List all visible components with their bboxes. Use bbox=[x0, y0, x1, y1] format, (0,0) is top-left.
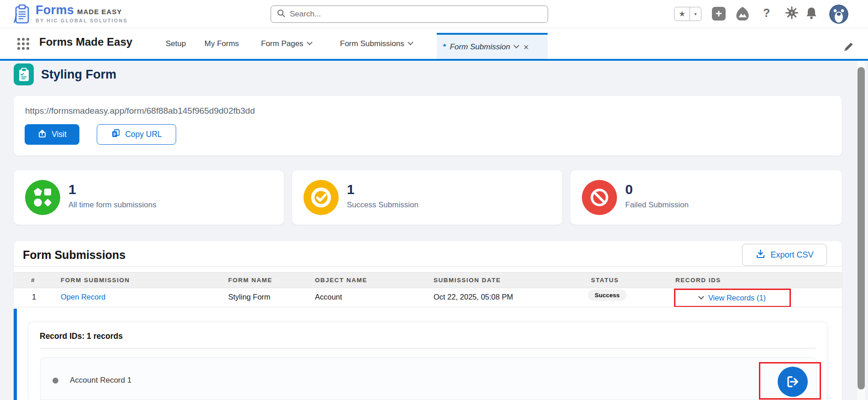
col-header-form-submission: FORM SUBMISSION bbox=[61, 277, 130, 284]
cell-row-number: 1 bbox=[32, 293, 36, 301]
favorites-star-icon[interactable]: ★ bbox=[675, 7, 690, 21]
annotation-box-view-records: View Records (1) bbox=[674, 289, 791, 307]
chevron-down-icon[interactable] bbox=[513, 42, 519, 48]
app-logo: Forms MADE EASY BY HIC GLOBAL SOLUTIONS bbox=[12, 4, 128, 26]
stat-card-success: 1 Success Submission bbox=[292, 170, 562, 225]
tab-my-forms-label: My Forms bbox=[204, 39, 239, 48]
global-header: Forms MADE EASY BY HIC GLOBAL SOLUTIONS … bbox=[0, 0, 868, 28]
stat-label: Failed Submission bbox=[625, 200, 689, 210]
form-submissions-card: Form Submissions Export CSV # FORM SUBMI… bbox=[14, 241, 842, 400]
copy-icon bbox=[111, 128, 120, 141]
record-list-card: Account Record 1 bbox=[40, 357, 817, 400]
tab-form-submissions[interactable]: Form Submissions bbox=[340, 28, 413, 59]
app-navigation-bar: Forms Made Easy Setup My Forms Form Page… bbox=[0, 28, 868, 61]
col-header-status: STATUS bbox=[591, 277, 619, 284]
scrollbar-thumb[interactable] bbox=[858, 67, 865, 389]
col-header-object-name: OBJECT NAME bbox=[315, 277, 367, 284]
col-header-num: # bbox=[31, 277, 35, 284]
stat-card-failed: 0 Failed Submission bbox=[570, 170, 842, 225]
page-title: Styling Form bbox=[41, 68, 116, 82]
notifications-bell-icon[interactable] bbox=[805, 6, 818, 22]
export-csv-button[interactable]: Export CSV bbox=[742, 244, 827, 266]
form-url-card: https://formsmadeasy.app/form/68f88ab145… bbox=[14, 96, 842, 156]
app-name: Forms Made Easy bbox=[39, 36, 132, 48]
visit-button-label: Visit bbox=[52, 130, 67, 139]
cell-submission-date: Oct 22, 2025, 05:08 PM bbox=[434, 293, 513, 301]
export-csv-label: Export CSV bbox=[770, 250, 813, 260]
edit-pencil-icon[interactable] bbox=[843, 42, 853, 54]
favorites-dropdown-icon[interactable]: ▼ bbox=[690, 7, 701, 21]
active-tab-label: Form Submission bbox=[450, 42, 510, 52]
col-header-form-name: FORM NAME bbox=[228, 277, 272, 284]
unsaved-asterisk: * bbox=[443, 42, 446, 52]
tab-form-submission-active[interactable]: * Form Submission × bbox=[437, 33, 548, 59]
setup-gear-icon[interactable] bbox=[785, 6, 799, 21]
record-ids-panel: Record IDs: 1 records Account Record 1 bbox=[29, 322, 827, 400]
divider bbox=[14, 307, 842, 307]
visit-button[interactable]: Visit bbox=[25, 124, 79, 145]
logo-suffix-text: MADE EASY bbox=[77, 8, 122, 16]
stat-label: All time form submissions bbox=[68, 200, 157, 210]
col-header-submission-date: SUBMISSION DATE bbox=[434, 277, 501, 284]
user-avatar[interactable] bbox=[829, 5, 848, 24]
col-header-record-ids: RECORD IDS bbox=[675, 277, 721, 284]
status-badge: Success bbox=[588, 289, 627, 301]
help-icon[interactable]: ? bbox=[763, 6, 770, 20]
launch-icon bbox=[37, 129, 47, 141]
form-url: https://formsmadeasy.app/form/68f88ab145… bbox=[25, 106, 255, 116]
record-ids-title: Record IDs: 1 records bbox=[40, 332, 123, 341]
annotation-box-open-record bbox=[759, 362, 821, 400]
record-bullet-icon bbox=[52, 378, 58, 384]
global-search[interactable] bbox=[271, 5, 548, 23]
logo-tagline: BY HIC GLOBAL SOLUTIONS bbox=[36, 18, 128, 23]
chevron-down-icon[interactable] bbox=[307, 39, 313, 45]
stat-value: 1 bbox=[68, 183, 76, 196]
close-tab-icon[interactable]: × bbox=[523, 42, 529, 52]
logo-clipboard-icon bbox=[12, 4, 31, 26]
tab-setup[interactable]: Setup bbox=[166, 28, 186, 59]
tab-form-pages-label: Form Pages bbox=[261, 39, 303, 48]
view-records-link[interactable]: View Records (1) bbox=[708, 294, 766, 302]
copy-url-button-label: Copy URL bbox=[125, 130, 162, 139]
shapes-icon bbox=[25, 180, 60, 215]
ban-icon bbox=[582, 180, 617, 215]
divider bbox=[40, 348, 816, 348]
stat-value: 1 bbox=[347, 183, 355, 196]
search-icon bbox=[277, 9, 286, 20]
chevron-down-icon[interactable] bbox=[408, 39, 413, 45]
stat-card-all-submissions: 1 All time form submissions bbox=[14, 170, 284, 225]
stat-value: 0 bbox=[625, 183, 633, 196]
tab-form-submissions-label: Form Submissions bbox=[340, 39, 404, 48]
app-launcher-icon[interactable] bbox=[17, 38, 30, 50]
download-icon bbox=[755, 248, 766, 261]
trailhead-icon[interactable] bbox=[735, 6, 750, 23]
copy-url-button[interactable]: Copy URL bbox=[97, 124, 176, 145]
form-type-icon bbox=[14, 63, 34, 85]
favorites-control: ★ ▼ bbox=[674, 7, 701, 21]
search-input[interactable] bbox=[290, 10, 542, 19]
section-title: Form Submissions bbox=[23, 248, 125, 262]
cell-form-name: Styling Form bbox=[228, 293, 271, 301]
expanded-accent-bar bbox=[14, 309, 17, 400]
global-actions-icon[interactable]: + bbox=[712, 7, 726, 21]
record-item-label: Account Record 1 bbox=[70, 376, 131, 385]
open-record-link[interactable]: Open Record bbox=[61, 293, 105, 301]
logo-brand-text: Forms bbox=[36, 4, 74, 16]
tab-setup-label: Setup bbox=[166, 39, 186, 48]
cell-object-name: Account bbox=[315, 293, 342, 301]
tab-form-pages[interactable]: Form Pages bbox=[261, 28, 312, 59]
divider bbox=[14, 266, 842, 267]
tab-my-forms[interactable]: My Forms bbox=[204, 28, 239, 59]
chevron-down-icon[interactable] bbox=[698, 294, 704, 300]
stat-label: Success Submission bbox=[347, 200, 418, 210]
success-check-icon bbox=[303, 180, 339, 215]
